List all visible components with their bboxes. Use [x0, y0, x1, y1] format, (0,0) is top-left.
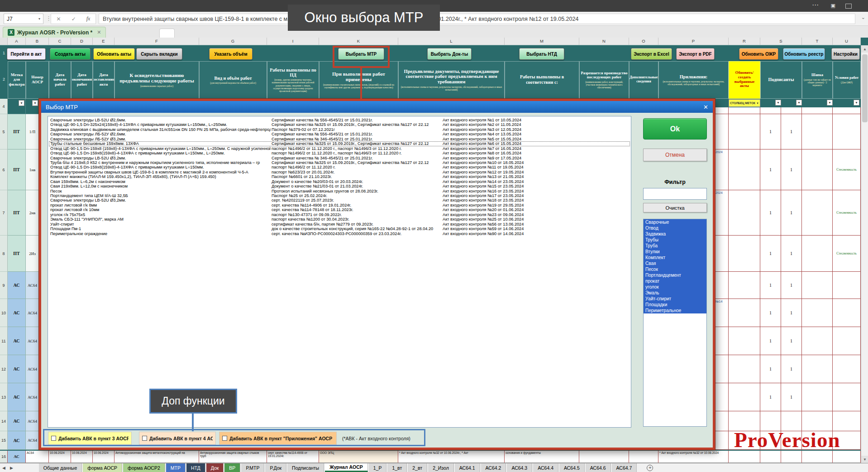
- cell-prilozheniya-fragment[interactable]: [715, 114, 729, 149]
- mtr-list-line[interactable]: паспорт №1496/2 от 11.12.2020 г., паспор…: [272, 146, 442, 151]
- column-letter[interactable]: S: [760, 38, 802, 45]
- autofilter-dropdown-icon[interactable]: ▼: [854, 100, 859, 106]
- column-letter[interactable]: D: [71, 38, 93, 45]
- cell-podpisant-2[interactable]: 1: [781, 190, 802, 236]
- filter-list-box[interactable]: СварочныеОтводЗадвижкаТрубыТрубаВтулкиКо…: [643, 219, 707, 427]
- ok-button[interactable]: Ok: [643, 118, 707, 140]
- cell-date-akt[interactable]: 10.06.2024: [93, 451, 114, 463]
- select-all-corner[interactable]: [0, 38, 8, 45]
- cell-prilozheniya-fragment[interactable]: №14: [715, 299, 729, 327]
- cell-shapka[interactable]: [802, 451, 833, 463]
- sheet-tab[interactable]: НТД: [186, 463, 205, 472]
- toolbar-button[interactable]: Скрыть вкладки: [136, 48, 182, 60]
- close-icon[interactable]: ✕: [97, 29, 101, 35]
- mtr-list-line[interactable]: Отвод ЦЕ-90-1,5 Dn-159x8(159x8)-4-13ХФА …: [50, 165, 271, 169]
- cell-podpisant-2[interactable]: 1: [781, 236, 802, 272]
- mtr-list-line[interactable]: Сертификат качества № 346-4545/21 от 25.…: [272, 156, 442, 160]
- mtr-list-line[interactable]: Сертификат качества №325 от 15.09.2019г.…: [272, 160, 442, 165]
- cell-update-create[interactable]: [729, 190, 760, 236]
- mtr-list-line[interactable]: Акт входного контроля №17 от 23.05.2024: [443, 193, 630, 198]
- cell-metka[interactable]: АС: [8, 299, 26, 327]
- row-number[interactable]: 11: [0, 327, 8, 355]
- column-letter[interactable]: E: [93, 38, 114, 45]
- cell-metka[interactable]: АС: [8, 431, 26, 450]
- cell-nomer-aosr[interactable]: АС64: [26, 383, 39, 411]
- mtr-list-line[interactable]: Сертификат качества № 556-4545/21 от 15.…: [272, 132, 442, 136]
- cell-podpisant-2[interactable]: 1: [781, 355, 802, 383]
- sheet-tab[interactable]: Журнал АОСР: [325, 463, 368, 472]
- cell-dop-svedeniya[interactable]: [629, 451, 658, 463]
- cell-nomer-aosr[interactable]: 1/П: [26, 114, 39, 149]
- toolbar-button[interactable]: Обновить акты: [93, 48, 135, 60]
- row-number[interactable]: 4: [0, 99, 8, 114]
- sheet-tab[interactable]: АС64.7: [612, 463, 637, 472]
- mtr-list-line[interactable]: Сварочные электроды LB-52U Ø3,2мм.: [50, 156, 271, 160]
- toolbar-button[interactable]: Настройки: [831, 48, 860, 60]
- new-workbook-tab-stub[interactable]: [159, 29, 175, 38]
- mtr-list-line[interactable]: Акт входного контроля №4 от 13.05.2024: [443, 132, 630, 136]
- filter-list-item[interactable]: Труба: [644, 243, 706, 249]
- filter-list-item[interactable]: Задвижка: [644, 231, 706, 237]
- toolbar-button[interactable]: Обновить реестр: [783, 48, 825, 60]
- cell-nomer-aosr[interactable]: 2Из: [26, 236, 39, 272]
- cell-prilozheniya-fragment[interactable]: [715, 431, 729, 450]
- cell-podpisant-2[interactable]: 1: [781, 149, 802, 190]
- mtr-list-line[interactable]: паспорт №1496/2 от 11.12.2020 г., паспор…: [272, 151, 442, 155]
- row-number[interactable]: 14: [0, 411, 8, 431]
- cell-podpisant-1[interactable]: 1: [760, 383, 781, 411]
- cell-shapka[interactable]: [802, 236, 833, 272]
- cell-shapka[interactable]: [802, 299, 833, 327]
- mtr-list-line[interactable]: Задвижка клиновая с выдвижным шпинделем …: [50, 127, 271, 132]
- sheet-tab[interactable]: 2_вт: [408, 463, 427, 472]
- more-options-icon[interactable]: ⋯: [812, 1, 819, 9]
- vertical-scrollbar[interactable]: ▲ ▼: [861, 45, 868, 463]
- cell-metka[interactable]: АС: [8, 411, 26, 431]
- avk-checkbox-group[interactable]: Дабавить АВК в пункт "Приложения" АОСР: [219, 432, 337, 445]
- sheet-tab[interactable]: Общие данные: [39, 463, 82, 472]
- cell-metka[interactable]: АС: [8, 451, 26, 463]
- autofilter-dropdown-icon[interactable]: ▼: [796, 100, 802, 106]
- cell-shapka[interactable]: [802, 149, 833, 190]
- cell-update-create[interactable]: [729, 272, 760, 299]
- cell-usloviya-rabot[interactable]: Стесненность: [833, 190, 861, 236]
- cell-update-create[interactable]: [729, 355, 760, 383]
- toolbar-button[interactable]: Обновить ОЖР: [739, 48, 778, 60]
- filter-list-item[interactable]: Комплект: [644, 255, 706, 260]
- cell-podpisant-1[interactable]: 1: [760, 190, 781, 236]
- autofilter-dropdown-icon[interactable]: ▼: [19, 100, 24, 106]
- checkbox-icon[interactable]: [51, 436, 56, 441]
- cell-dokumenty[interactable]: * Акт входного контроля №32 от 10.06.202…: [398, 451, 505, 463]
- mtr-list-line[interactable]: серт. качества №114-4906 от 19.01.2024г.: [272, 203, 442, 207]
- tabs-scroll-right-icon[interactable]: ▶: [8, 466, 15, 470]
- cell-prilozheniya-fragment[interactable]: [715, 383, 729, 411]
- filter-list-item[interactable]: Портландцемент: [644, 272, 706, 278]
- cell-prilozheniya-fragment[interactable]: [715, 411, 729, 431]
- filter-list-item[interactable]: Периметральное: [644, 308, 706, 313]
- row-number[interactable]: 8: [0, 236, 8, 272]
- cell-update-create[interactable]: [729, 327, 760, 355]
- dialog-titlebar[interactable]: Выбор МТР ✕: [41, 101, 713, 113]
- mtr-list-line[interactable]: Уайт-спирит: [50, 222, 271, 226]
- mtr-list-line[interactable]: Акт входного контроля №11 от 19.05.2024: [443, 165, 630, 169]
- sheet-tab[interactable]: Р.МТР: [241, 463, 264, 472]
- filter-input[interactable]: [643, 188, 707, 200]
- cell-metka[interactable]: ПТ: [8, 114, 26, 149]
- workbook-tab[interactable]: X Журнал AOSR - ProVersion * ✕: [3, 27, 106, 38]
- mtr-list-line[interactable]: док о качестве строительных конструкций,…: [272, 226, 442, 231]
- cell-date-start[interactable]: 10.06.2024: [49, 451, 71, 463]
- chevron-down-icon[interactable]: ▼: [756, 102, 759, 105]
- column-letter[interactable]: F: [114, 38, 199, 45]
- sheet-tab[interactable]: форма АОСР: [83, 463, 122, 472]
- chevron-down-icon[interactable]: ▾: [38, 17, 40, 21]
- cell-podpisant-2[interactable]: 1: [781, 272, 802, 299]
- cell-usloviya-rabot[interactable]: [833, 114, 861, 149]
- cell-update-create[interactable]: [729, 236, 760, 272]
- cell-podpisant-1[interactable]: 1: [760, 299, 781, 327]
- column-letter[interactable]: U: [833, 38, 861, 45]
- cell-metka[interactable]: АС: [8, 272, 26, 299]
- sheet-tab[interactable]: АС64.5: [559, 463, 585, 472]
- mtr-list-line[interactable]: сертификат качества б/н, партия №2779 от…: [272, 222, 442, 226]
- window-menu-icon[interactable]: ▣: [831, 3, 835, 9]
- mtr-list-line[interactable]: Свая 219x8мм. L=12,0м с наконечником: [50, 184, 271, 188]
- sheet-tab[interactable]: АС64.2: [481, 463, 506, 472]
